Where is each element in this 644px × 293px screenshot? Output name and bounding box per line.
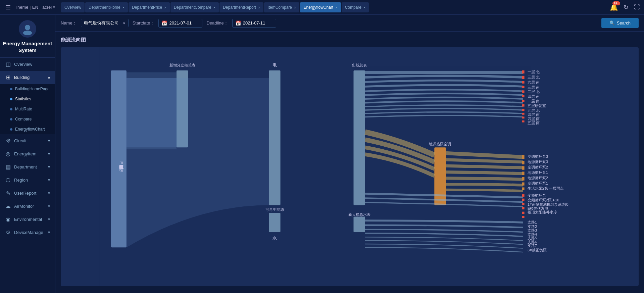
building-icon: ⊞ (5, 74, 11, 81)
sidebar-item-label-airmonitor: AirMonitor (14, 204, 45, 209)
sidebar-item-region[interactable]: ⬡Region∨ (0, 174, 55, 187)
sidebar-item-circuit[interactable]: ❊Circuit∨ (0, 134, 55, 147)
theme-label[interactable]: Theme (15, 5, 28, 10)
deadline-input[interactable] (243, 20, 273, 26)
svg-text:三层 南: 三层 南 (528, 85, 540, 89)
notification-button[interactable]: 🔔 99+ (608, 2, 620, 13)
svg-rect-33 (522, 172, 525, 175)
startdate-input[interactable] (169, 20, 199, 26)
building-caret-icon: ∧ (48, 75, 50, 80)
tab-close-energyflowchart[interactable]: × (335, 5, 337, 9)
sidebar-item-userreport[interactable]: ✎UserReport∨ (0, 187, 55, 200)
sidebar-item-label-overview: Overview (14, 62, 50, 67)
tab-itemcompare[interactable]: ItemCompare× (264, 2, 299, 12)
tab-departmenthome[interactable]: DepartmentHome× (85, 2, 128, 12)
energyflowchart-dot-icon (10, 128, 12, 131)
sidebar-item-buildinghomepage[interactable]: BuildingHomePage (0, 84, 55, 94)
theme-lang-selector: Theme | EN (15, 5, 38, 10)
svg-text:四层 南: 四层 南 (528, 117, 540, 121)
svg-rect-38 (522, 199, 525, 201)
svg-text:1#南侧超滤机组泵系统(0: 1#南侧超滤机组泵系统(0 (528, 202, 568, 206)
svg-text:变频循环泵: 变频循环泵 (528, 193, 546, 197)
sidebar-item-environmental[interactable]: ◉Environmental∨ (0, 213, 55, 226)
svg-rect-40 (522, 207, 525, 209)
svg-text:支路3: 支路3 (528, 228, 537, 232)
svg-rect-16 (353, 217, 365, 232)
tab-close-departmentreport[interactable]: × (258, 5, 260, 9)
fullscreen-icon: ⛶ (634, 4, 640, 10)
tab-close-compare[interactable]: × (363, 5, 365, 9)
svg-rect-20 (522, 81, 525, 84)
tab-close-departmenthome[interactable]: × (122, 5, 125, 9)
filter-bar: Name： 电气股份有限公司 Startdate： 📅 Deadline： 📅 … (55, 15, 644, 32)
tab-close-departmentcompare[interactable]: × (213, 5, 215, 9)
avatar (19, 20, 36, 38)
sidebar-item-airmonitor[interactable]: ☁AirMonitor∨ (0, 200, 55, 213)
tab-list: OverviewDepartmentHome×DepartmentPrice×D… (61, 2, 607, 12)
svg-rect-31 (522, 161, 525, 164)
search-button[interactable]: 🔍 Search (601, 18, 639, 28)
compare-dot-icon (10, 118, 12, 120)
svg-text:六层 南: 六层 南 (528, 80, 540, 84)
tab-departmentcompare[interactable]: DepartmentCompare× (170, 2, 219, 12)
circuit-icon: ❊ (5, 138, 11, 144)
environmental-icon: ◉ (5, 216, 11, 223)
sidebar-item-label-userreport: UserReport (14, 191, 45, 196)
svg-rect-18 (522, 70, 525, 74)
svg-text:支路6: 支路6 (528, 240, 537, 244)
svg-rect-23 (522, 95, 525, 97)
svg-text:支路7: 支路7 (528, 244, 537, 248)
lang-label[interactable]: EN (32, 5, 38, 10)
energyitem-caret-icon: ∨ (48, 152, 50, 156)
hamburger-button[interactable]: ☰ (3, 2, 13, 12)
tab-departmentprice[interactable]: DepartmentPrice× (129, 2, 169, 12)
buildinghomepage-dot-icon (10, 88, 12, 90)
svg-rect-30 (522, 155, 525, 159)
fullscreen-button[interactable]: ⛶ (633, 2, 641, 12)
sidebar-item-overview[interactable]: ◫Overview (0, 58, 55, 71)
multirate-dot-icon (10, 108, 12, 110)
statistics-dot-icon (10, 98, 12, 100)
svg-text:一层 南: 一层 南 (528, 99, 540, 103)
svg-text:3#抽正负泵: 3#抽正负泵 (528, 248, 547, 252)
refresh-button[interactable]: ↻ (622, 2, 630, 12)
svg-text:空调循环泵2: 空调循环泵2 (528, 165, 548, 169)
devicemanage-caret-icon: ∨ (48, 230, 50, 235)
sidebar-item-energyitem[interactable]: ◎EnergyItem∨ (0, 147, 55, 160)
sidebar-item-compare[interactable]: Compare (0, 114, 55, 124)
chart-title: 能源流向图 (61, 37, 639, 43)
company-select[interactable]: 电气股份有限公司 (81, 19, 129, 27)
sidebar-item-statistics[interactable]: Statistics (0, 94, 55, 104)
tab-close-itemcompare[interactable]: × (294, 5, 296, 9)
svg-text:二层 北: 二层 北 (528, 90, 540, 94)
svg-text:三层 北: 三层 北 (528, 75, 540, 79)
tab-close-departmentprice[interactable]: × (164, 5, 166, 9)
svg-text:五层 南: 五层 南 (528, 121, 540, 125)
deadline-calendar-icon: 📅 (235, 20, 241, 26)
submenu-label-energyflowchart: EnergyflowChart (15, 127, 45, 132)
sidebar-item-devicemanage[interactable]: ⚙DeviceManage∨ (0, 226, 55, 239)
svg-rect-21 (522, 86, 525, 88)
startdate-wrap: 📅 (158, 19, 202, 28)
svg-text:E楼光伏发电: E楼光伏发电 (528, 206, 549, 210)
notification-badge: 99+ (612, 1, 620, 5)
region-icon: ⬡ (5, 177, 11, 183)
refresh-icon: ↻ (624, 4, 629, 11)
sidebar-item-building[interactable]: ⊞Building∧ (0, 71, 55, 84)
svg-text:地源热泵空调: 地源热泵空调 (429, 142, 451, 146)
sidebar-item-energyflowchart[interactable]: EnergyflowChart (0, 124, 55, 134)
sankey-chart: 电气股份有限公司E楼 新增分立柜总表 电 出线总表 地源热泵空调 可再 (61, 47, 639, 286)
sidebar-item-department[interactable]: ▤Department∨ (0, 160, 55, 174)
tab-compare[interactable]: Compare× (342, 2, 369, 12)
sidebar-logo: Energy Management System (0, 15, 55, 58)
sidebar-item-label-circuit: Circuit (14, 138, 45, 143)
svg-rect-28 (522, 116, 525, 118)
tab-departmentreport[interactable]: DepartmentReport× (219, 2, 263, 12)
sidebar-item-label-building: Building (14, 75, 45, 80)
devicemanage-icon: ⚙ (5, 229, 11, 236)
svg-text:五层研发室: 五层研发室 (528, 104, 546, 108)
tab-energyflowchart[interactable]: EnergyflowChart× (300, 2, 341, 12)
sidebar-item-multirate[interactable]: MultiRate (0, 104, 55, 114)
tab-overview[interactable]: Overview (61, 2, 85, 12)
svg-text:可再生能源: 可再生能源 (265, 207, 284, 211)
